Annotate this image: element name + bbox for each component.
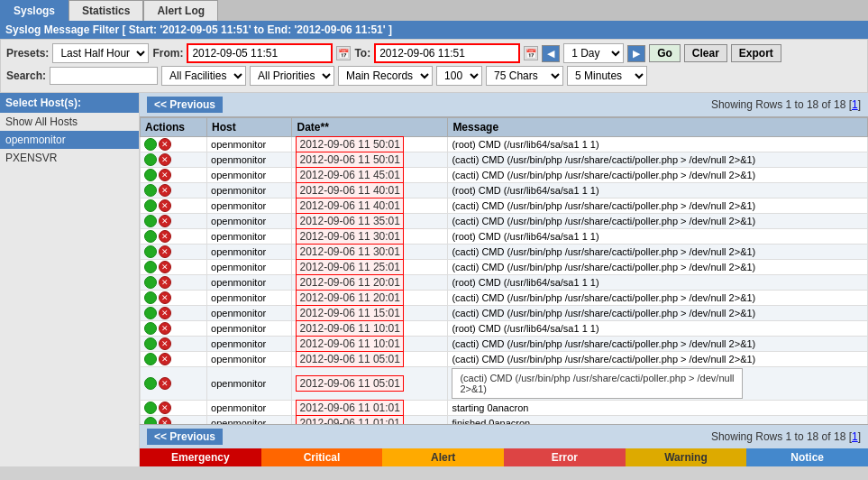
tab-statistics[interactable]: Statistics [69,0,143,21]
delete-icon[interactable] [159,402,171,414]
back-arrow-btn[interactable]: ◀ [542,45,560,62]
interval-select[interactable]: 1 Day 1 Hour 30 Min [563,43,624,63]
delete-icon[interactable] [159,322,171,335]
facilities-select[interactable]: All Facilities [161,66,246,86]
date-cell: 2012-09-06 11 30:01 [292,245,448,260]
table-row: openmonitor 2012-09-06 11 01:01 finished… [141,416,868,425]
from-calendar-icon[interactable]: 📅 [336,46,351,60]
message-cell: (root) CMD (/usr/lib64/sa/sa1 1 1) [448,275,868,291]
message-cell: starting 0anacron [448,401,868,416]
syslog-header-title: Syslog Message Filter [5,23,119,36]
action-cell [141,214,207,229]
to-label: To: [354,47,370,60]
records-select[interactable]: Main Records [338,66,433,86]
info-icon[interactable] [144,153,157,166]
delete-icon[interactable] [159,138,171,151]
info-icon[interactable] [144,377,157,390]
host-cell: openmonitor [207,352,292,367]
action-cell [141,183,207,198]
info-icon[interactable] [144,353,157,365]
info-icon[interactable] [144,402,157,414]
delete-icon[interactable] [159,291,171,304]
delete-icon[interactable] [159,169,171,181]
sidebar-item-show-all[interactable]: Show All Hosts [0,113,139,131]
delete-icon[interactable] [159,307,171,319]
col-actions: Actions [141,118,207,137]
export-button[interactable]: Export [731,44,781,62]
page-link-top[interactable]: 1 [852,98,858,111]
date-cell: 2012-09-06 11 25:01 [292,260,448,275]
message-cell: (root) CMD (/usr/lib64/sa/sa1 1 1) [448,137,868,152]
table-row: openmonitor 2012-09-06 11 20:01 (root) C… [141,275,868,291]
count-select[interactable]: 100 50 200 [436,66,482,86]
info-icon[interactable] [144,215,157,227]
clear-button[interactable]: Clear [684,44,727,62]
info-icon[interactable] [144,276,157,289]
action-cell [141,198,207,214]
page-link-bottom[interactable]: 1 [852,430,858,443]
to-input[interactable] [374,43,520,63]
delete-icon[interactable] [159,337,171,350]
info-icon[interactable] [144,322,157,335]
host-cell: openmonitor [207,152,292,168]
delete-icon[interactable] [159,417,171,424]
priorities-select[interactable]: All Priorities [250,66,334,86]
date-cell: 2012-09-06 11 15:01 [292,306,448,321]
delete-icon[interactable] [159,230,171,243]
info-icon[interactable] [144,245,157,258]
prev-button-bottom[interactable]: << Previous [147,429,223,445]
action-cell [141,245,207,260]
info-icon[interactable] [144,291,157,304]
action-cell [141,137,207,152]
to-calendar-icon[interactable]: 📅 [524,46,538,60]
go-button[interactable]: Go [649,44,681,62]
info-icon[interactable] [144,169,157,181]
host-cell: openmonitor [207,229,292,245]
message-cell: (cacti) CMD (/usr/bin/php /usr/share/cac… [448,291,868,306]
info-icon[interactable] [144,230,157,243]
delete-icon[interactable] [159,153,171,166]
presets-select[interactable]: Last Half Hour Last Hour Last Day [52,43,149,63]
delete-icon[interactable] [159,199,171,212]
host-cell: openmonitor [207,321,292,337]
info-icon[interactable] [144,337,157,350]
sidebar-item-pxensvr[interactable]: PXENSVR [0,149,139,167]
sidebar-item-openmonitor[interactable]: openmonitor [0,131,139,149]
fwd-arrow-btn[interactable]: ▶ [627,45,645,62]
message-cell: (root) CMD (/usr/lib64/sa/sa1 1 1) [448,183,868,198]
tab-syslogs[interactable]: Syslogs [0,0,69,21]
delete-icon[interactable] [159,353,171,365]
tab-alert-log[interactable]: Alert Log [143,0,218,21]
info-icon[interactable] [144,138,157,151]
info-icon[interactable] [144,199,157,212]
search-input[interactable] [50,67,158,85]
date-cell: 2012-09-06 11 01:01 [292,416,448,425]
delete-icon[interactable] [159,276,171,289]
prev-button[interactable]: << Previous [147,97,223,113]
info-icon[interactable] [144,261,157,273]
delete-icon[interactable] [159,261,171,273]
tooltip-box: (cacti) CMD (/usr/bin/php /usr/share/cac… [452,368,742,399]
from-label: From: [152,47,183,60]
table-row: openmonitor 2012-09-06 11 30:01 (cacti) … [141,245,868,260]
presets-label: Presets: [6,47,49,60]
from-input[interactable] [187,43,333,63]
delete-icon[interactable] [159,245,171,258]
chars-select[interactable]: 75 Chars 50 Chars 100 Chars [486,66,563,86]
action-cell [141,260,207,275]
info-icon[interactable] [144,184,157,197]
info-icon[interactable] [144,307,157,319]
delete-icon[interactable] [159,184,171,197]
action-cell [141,306,207,321]
filter-row-2: Search: All Facilities All Priorities Ma… [6,66,862,86]
date-cell: 2012-09-06 11 40:01 [292,198,448,214]
table-row: openmonitor 2012-09-06 11 25:01 (cacti) … [141,260,868,275]
host-cell: openmonitor [207,275,292,291]
interval2-select[interactable]: 5 Minutes 10 Minutes 30 Minutes [567,66,647,86]
info-icon[interactable] [144,417,157,424]
delete-icon[interactable] [159,377,171,390]
date-cell: 2012-09-06 11 20:01 [292,275,448,291]
delete-icon[interactable] [159,215,171,227]
filter-row-1: Presets: Last Half Hour Last Hour Last D… [6,43,862,63]
action-cell [141,291,207,306]
